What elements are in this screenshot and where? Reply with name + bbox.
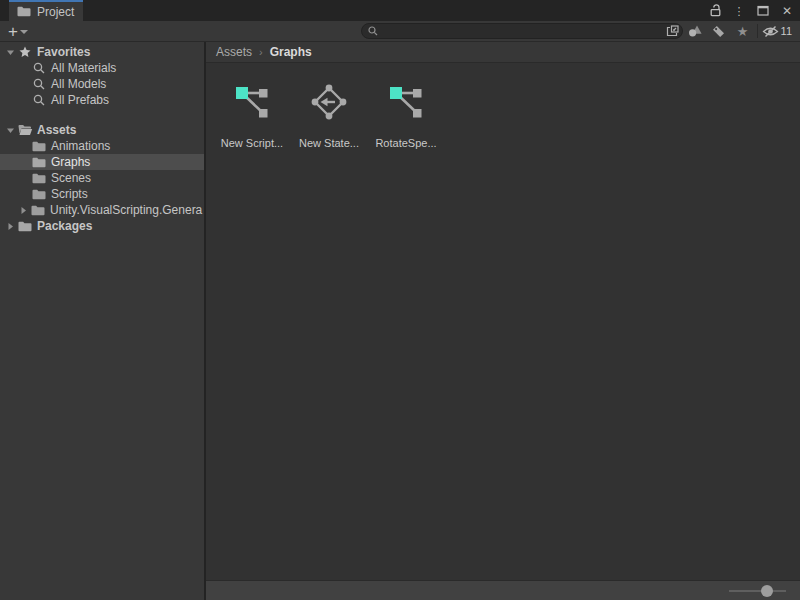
- search-input[interactable]: [382, 25, 666, 37]
- asset-item-rotatespeed[interactable]: RotateSpe...: [368, 83, 444, 149]
- content-pane: Assets › Graphs New Script: [206, 42, 800, 600]
- titlebar-icons: ⋮ ✕: [707, 0, 795, 21]
- search-icon: [368, 26, 378, 36]
- asset-item-new-state[interactable]: New State...: [291, 83, 367, 149]
- tab-label: Project: [37, 5, 74, 19]
- folder-icon: [31, 157, 47, 168]
- slider-track[interactable]: [729, 590, 786, 592]
- chevron-down-icon: [20, 30, 28, 34]
- unlock-icon[interactable]: [707, 3, 723, 19]
- star-icon: [17, 46, 33, 58]
- state-graph-icon: [310, 83, 348, 137]
- search-icon: [31, 62, 47, 74]
- collapsed-arrow-icon[interactable]: [4, 222, 17, 231]
- section-gap: [0, 108, 204, 122]
- asset-grid: New Script... New: [206, 63, 800, 580]
- open-search-window-icon[interactable]: [666, 25, 679, 37]
- collapsed-arrow-icon[interactable]: [17, 206, 30, 215]
- search-box: [361, 23, 683, 39]
- toolbar-separator: [757, 24, 758, 38]
- sidebar-item-favorites[interactable]: Favorites: [0, 44, 204, 60]
- breadcrumb-graphs[interactable]: Graphs: [270, 45, 312, 59]
- sidebar-item-animations[interactable]: Animations: [0, 138, 204, 154]
- breadcrumb-assets[interactable]: Assets: [216, 45, 252, 59]
- asset-label: New Script...: [221, 137, 283, 149]
- sidebar-item-scripts[interactable]: Scripts: [0, 186, 204, 202]
- add-button[interactable]: +: [8, 24, 28, 39]
- sidebar-tree: Favorites All Materials All Models All P…: [0, 42, 206, 600]
- sidebar-item-all-models[interactable]: All Models: [0, 76, 204, 92]
- sidebar-item-graphs[interactable]: Graphs: [0, 154, 204, 170]
- sidebar-item-assets[interactable]: Assets: [0, 122, 204, 138]
- sidebar-item-all-prefabs[interactable]: All Prefabs: [0, 92, 204, 108]
- toolbar: +: [0, 21, 800, 42]
- asset-label: New State...: [299, 137, 359, 149]
- window-menu-icon[interactable]: ⋮: [731, 3, 747, 19]
- main-area: Favorites All Materials All Models All P…: [0, 42, 800, 600]
- folder-open-icon: [17, 124, 33, 136]
- filter-by-label-icon[interactable]: [707, 22, 731, 40]
- search-icon: [31, 94, 47, 106]
- filter-by-type-icon[interactable]: [683, 22, 707, 40]
- slider-thumb[interactable]: [761, 585, 773, 597]
- plus-icon: +: [8, 24, 18, 39]
- tab-project[interactable]: Project: [9, 0, 83, 21]
- tab-bar: Project ⋮ ✕: [0, 0, 800, 21]
- sidebar-item-packages[interactable]: Packages: [0, 218, 204, 234]
- expand-arrow-icon[interactable]: [4, 126, 17, 135]
- sidebar-item-scenes[interactable]: Scenes: [0, 170, 204, 186]
- breadcrumb: Assets › Graphs: [206, 42, 800, 63]
- expand-arrow-icon[interactable]: [4, 48, 17, 57]
- folder-icon: [31, 173, 47, 184]
- folder-icon: [16, 6, 32, 17]
- sidebar-item-unity-visualscripting[interactable]: Unity.VisualScripting.Genera: [0, 202, 204, 218]
- breadcrumb-separator-icon: ›: [259, 46, 263, 58]
- folder-icon: [31, 189, 47, 200]
- maximize-icon[interactable]: [755, 3, 771, 19]
- folder-icon: [31, 141, 47, 152]
- hidden-count: 11: [781, 25, 792, 37]
- search-icon: [31, 78, 47, 90]
- status-bar: [206, 580, 800, 600]
- close-icon[interactable]: ✕: [779, 3, 795, 19]
- folder-icon: [17, 221, 33, 232]
- favorites-filter-icon[interactable]: ★: [731, 22, 755, 40]
- asset-item-new-script[interactable]: New Script...: [214, 83, 290, 149]
- zoom-slider[interactable]: [729, 585, 786, 597]
- script-graph-icon: [233, 83, 271, 137]
- eye-slash-icon: [762, 25, 779, 38]
- project-window: Project ⋮ ✕ +: [0, 0, 800, 600]
- script-graph-icon: [387, 83, 425, 137]
- asset-label: RotateSpe...: [375, 137, 436, 149]
- sidebar-item-all-materials[interactable]: All Materials: [0, 60, 204, 76]
- hidden-items-toggle[interactable]: 11: [760, 25, 792, 38]
- folder-icon: [30, 205, 46, 216]
